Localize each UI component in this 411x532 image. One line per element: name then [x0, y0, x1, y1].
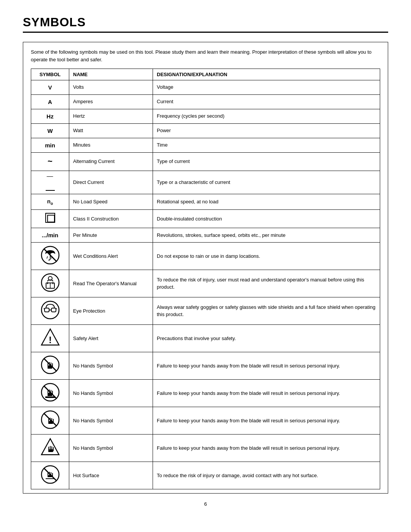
- table-row: No Hands SymbolFailure to keep your hand…: [31, 380, 380, 407]
- name-cell: Class II Construction: [69, 210, 153, 228]
- symbol-cell: [31, 210, 69, 228]
- name-cell: Eye Protection: [69, 297, 153, 325]
- table-row: No Hands SymbolFailure to keep your hand…: [31, 352, 380, 380]
- name-cell: No Hands Symbol: [69, 380, 153, 407]
- name-cell: Hot Surface: [69, 462, 153, 489]
- table-row: Hot SurfaceTo reduce the risk of injury …: [31, 462, 380, 489]
- svg-rect-12: [45, 308, 49, 312]
- symbol-cell: ‾‾‾: [31, 171, 69, 194]
- symbol-cell: no: [31, 194, 69, 210]
- table-row: ! Safety AlertPrecautions that involve y…: [31, 325, 380, 352]
- name-cell: Hertz: [69, 109, 153, 124]
- name-cell: Watt: [69, 124, 153, 138]
- explanation-cell: Revolutions, strokes, surface speed, orb…: [153, 228, 380, 243]
- symbol-cell: .../min: [31, 228, 69, 243]
- header-name: NAME: [69, 69, 153, 80]
- table-row: HzHertzFrequency (cycles per second): [31, 109, 380, 124]
- table-row: ‾‾‾ Direct CurrentType or a characterist…: [31, 171, 380, 194]
- name-cell: Wet Conditions Alert: [69, 243, 153, 270]
- explanation-cell: Rotational speed, at no load: [153, 194, 380, 210]
- explanation-cell: To reduce the risk of injury or damage, …: [153, 462, 380, 489]
- symbol-cell: [31, 380, 69, 407]
- page-number: 6: [23, 501, 388, 507]
- name-cell: Direct Current: [69, 171, 153, 194]
- table-row: No Hands SymbolFailure to keep your hand…: [31, 435, 380, 462]
- svg-line-24: [44, 413, 57, 426]
- symbol-cell: [31, 352, 69, 380]
- explanation-cell: Failure to keep your hands away from the…: [153, 352, 380, 380]
- explanation-cell: Failure to keep your hands away from the…: [153, 407, 380, 435]
- symbols-table: SYMBOL NAME DESIGNATION/EXPLANATION VVol…: [31, 69, 380, 489]
- explanation-cell: Current: [153, 95, 380, 109]
- name-cell: No Load Speed: [69, 194, 153, 210]
- name-cell: Amperes: [69, 95, 153, 109]
- symbol-cell: A: [31, 95, 69, 109]
- svg-line-16: [56, 308, 57, 309]
- explanation-cell: Failure to keep your hands away from the…: [153, 435, 380, 462]
- table-row: Wet Conditions AlertDo not expose to rai…: [31, 243, 380, 270]
- explanation-cell: Failure to keep your hands away from the…: [153, 380, 380, 407]
- table-row: minMinutesTime: [31, 138, 380, 153]
- header-symbol: SYMBOL: [31, 69, 69, 80]
- symbol-cell: [31, 297, 69, 325]
- name-cell: Safety Alert: [69, 325, 153, 352]
- name-cell: Minutes: [69, 138, 153, 153]
- symbol-cell: ~: [31, 153, 69, 171]
- table-row: Read The Operator's ManualTo reduce the …: [31, 270, 380, 297]
- svg-line-15: [44, 308, 45, 309]
- table-row: ~Alternating CurrentType of current: [31, 153, 380, 171]
- content-box: Some of the following symbols may be use…: [23, 42, 388, 494]
- symbol-cell: min: [31, 138, 69, 153]
- explanation-cell: Precautions that involve your safety.: [153, 325, 380, 352]
- table-row: .../minPer MinuteRevolutions, strokes, s…: [31, 228, 380, 243]
- explanation-cell: Type of current: [153, 153, 380, 171]
- svg-line-2: [47, 256, 48, 259]
- svg-rect-13: [51, 308, 56, 312]
- name-cell: Alternating Current: [69, 153, 153, 171]
- name-cell: No Hands Symbol: [69, 435, 153, 462]
- table-row: noNo Load SpeedRotational speed, at no l…: [31, 194, 380, 210]
- explanation-cell: Voltage: [153, 80, 380, 95]
- explanation-cell: Time: [153, 138, 380, 153]
- symbol-cell: [31, 462, 69, 489]
- page-title: SYMBOLS: [23, 15, 388, 29]
- symbol-cell: W: [31, 124, 69, 138]
- name-cell: No Hands Symbol: [69, 407, 153, 435]
- name-cell: Per Minute: [69, 228, 153, 243]
- explanation-cell: Double-insulated construction: [153, 210, 380, 228]
- symbol-cell: Hz: [31, 109, 69, 124]
- intro-paragraph: Some of the following symbols may be use…: [31, 48, 380, 63]
- explanation-cell: To reduce the risk of injury, user must …: [153, 270, 380, 297]
- explanation-cell: Power: [153, 124, 380, 138]
- explanation-cell: Do not expose to rain or use in damp loc…: [153, 243, 380, 270]
- header-explanation: DESIGNATION/EXPLANATION: [153, 69, 380, 80]
- symbol-cell: !: [31, 325, 69, 352]
- svg-line-20: [44, 358, 57, 371]
- table-row: No Hands SymbolFailure to keep your hand…: [31, 407, 380, 435]
- name-cell: Read The Operator's Manual: [69, 270, 153, 297]
- symbol-cell: [31, 407, 69, 435]
- name-cell: Volts: [69, 80, 153, 95]
- symbol-cell: V: [31, 80, 69, 95]
- svg-text:!: !: [49, 335, 52, 345]
- explanation-cell: Always wear safety goggles or safety gla…: [153, 297, 380, 325]
- table-row: AAmperesCurrent: [31, 95, 380, 109]
- table-row: VVoltsVoltage: [31, 80, 380, 95]
- name-cell: No Hands Symbol: [69, 352, 153, 380]
- table-row: Class II ConstructionDouble-insulated co…: [31, 210, 380, 228]
- symbol-cell: [31, 270, 69, 297]
- table-row: WWattPower: [31, 124, 380, 138]
- explanation-cell: Frequency (cycles per second): [153, 109, 380, 124]
- title-divider: [23, 32, 388, 33]
- symbol-cell: [31, 243, 69, 270]
- table-row: Eye ProtectionAlways wear safety goggles…: [31, 297, 380, 325]
- symbol-cell: [31, 435, 69, 462]
- explanation-cell: Type or a characteristic of current: [153, 171, 380, 194]
